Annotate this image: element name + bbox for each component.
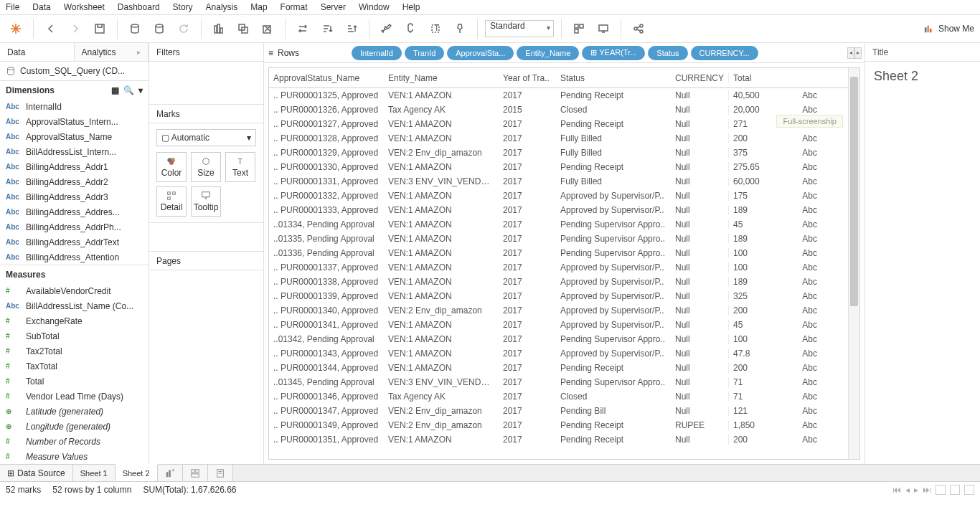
table-row[interactable]: .. PUR00001332, ApprovedVEN:1 AMAZON2017…: [269, 189, 848, 203]
view2-icon[interactable]: [950, 485, 960, 495]
table-row[interactable]: .. PUR00001333, ApprovedVEN:1 AMAZON2017…: [269, 203, 848, 217]
share-icon[interactable]: [628, 19, 649, 39]
dimension-field[interactable]: AbcBillingAddress_Addres...: [0, 204, 149, 219]
measure-field[interactable]: ⊕Longitude (generated): [0, 419, 149, 434]
table-row[interactable]: .. PUR00001337, ApprovedVEN:1 AMAZON2017…: [269, 260, 848, 275]
size-button[interactable]: Size: [191, 152, 221, 182]
table-row[interactable]: .. PUR00001340, ApprovedVEN:2 Env_dip_am…: [269, 303, 848, 318]
menu-server[interactable]: Server: [321, 2, 346, 12]
dimension-field[interactable]: AbcApprovalStatus_Intern...: [0, 114, 149, 129]
dimension-field[interactable]: AbcBillingAddress_Attention: [0, 250, 149, 265]
table-row[interactable]: .. PUR00001338, ApprovedVEN:1 AMAZON2017…: [269, 275, 848, 289]
table-row[interactable]: ..01342, Pending ApprovalVEN:1 AMAZON201…: [269, 332, 848, 346]
menu-file[interactable]: File: [6, 2, 19, 12]
table-row[interactable]: .. PUR00001341, ApprovedVEN:1 AMAZON2017…: [269, 318, 848, 332]
table-row[interactable]: ..01335, Pending ApprovalVEN:1 AMAZON201…: [269, 232, 848, 246]
dimension-field[interactable]: AbcApprovalStatus_Name: [0, 129, 149, 144]
sort-asc-icon[interactable]: [317, 19, 337, 39]
filters-shelf[interactable]: Filters: [149, 43, 263, 62]
table-row[interactable]: ..01334, Pending ApprovalVEN:1 AMAZON201…: [269, 217, 848, 232]
back-icon[interactable]: [41, 19, 61, 39]
sheet1-tab[interactable]: Sheet 1: [73, 465, 116, 481]
view1-icon[interactable]: [936, 485, 946, 495]
table-row[interactable]: .. PUR00001331, ApprovedVEN:3 ENV_VIN_VE…: [269, 174, 848, 189]
new-datasource-icon[interactable]: [125, 19, 145, 39]
tableau-logo-icon[interactable]: [6, 19, 26, 39]
clear-icon[interactable]: [258, 19, 278, 39]
view3-icon[interactable]: [964, 485, 974, 495]
analytics-tab[interactable]: Analytics▸: [75, 43, 149, 61]
save-icon[interactable]: [90, 19, 110, 39]
menu-help[interactable]: Help: [402, 2, 420, 12]
last-icon[interactable]: ⏭: [923, 485, 931, 495]
table-row[interactable]: .. PUR00001329, ApprovedVEN:2 Env_dip_am…: [269, 146, 848, 160]
dimension-field[interactable]: AbcInternalId: [0, 99, 149, 114]
pill[interactable]: Status: [648, 46, 687, 60]
first-icon[interactable]: ⏮: [892, 485, 901, 495]
table-row[interactable]: .. PUR00001351, ApprovedVEN:1 AMAZON2017…: [269, 432, 848, 447]
menu-window[interactable]: Window: [359, 2, 390, 12]
duplicate-icon[interactable]: [233, 19, 253, 39]
data-tab[interactable]: Data: [0, 43, 75, 61]
tooltip-button[interactable]: Tooltip: [191, 186, 221, 217]
sheet-title[interactable]: Sheet 2: [865, 62, 980, 91]
table-row[interactable]: .. PUR00001344, ApprovedVEN:1 AMAZON2017…: [269, 361, 848, 375]
table-row[interactable]: .. PUR00001328, ApprovedVEN:1 AMAZON2017…: [269, 131, 848, 146]
new-worksheet-icon[interactable]: [209, 19, 229, 39]
detail-button[interactable]: Detail: [156, 186, 187, 217]
view-icon[interactable]: ▦: [111, 85, 119, 95]
measure-field[interactable]: #Total: [0, 374, 149, 389]
table-row[interactable]: .. PUR00001349, ApprovedVEN:2 Env_dip_am…: [269, 418, 848, 432]
pill[interactable]: InternalId: [352, 46, 402, 60]
dimension-field[interactable]: AbcBillingAddress_AddrPh...: [0, 219, 149, 234]
presentation-icon[interactable]: [593, 19, 613, 39]
measure-field[interactable]: #SubTotal: [0, 328, 149, 343]
dimension-field[interactable]: AbcBillingAddress_AddrText: [0, 234, 149, 250]
menu-format[interactable]: Format: [281, 2, 308, 12]
measure-field[interactable]: #TaxTotal: [0, 359, 149, 374]
menu-analysis[interactable]: Analysis: [206, 2, 238, 12]
measure-field[interactable]: #Measure Values: [0, 449, 149, 464]
table-row[interactable]: .. PUR00001327, ApprovedVEN:1 AMAZON2017…: [269, 117, 848, 131]
menu-map[interactable]: Map: [250, 2, 267, 12]
sort-desc-icon[interactable]: [341, 19, 362, 39]
new-story-tab[interactable]: [208, 465, 233, 481]
dimension-field[interactable]: AbcBillingAddress_Addr3: [0, 189, 149, 204]
menu-data[interactable]: Data: [32, 2, 50, 12]
forward-icon[interactable]: [65, 19, 85, 39]
pill[interactable]: Entity_Name: [517, 46, 579, 60]
table-row[interactable]: .. PUR00001343, ApprovedVEN:1 AMAZON2017…: [269, 346, 848, 361]
menu-worksheet[interactable]: Worksheet: [64, 2, 105, 12]
datasource-tab[interactable]: ⊞Data Source: [0, 465, 73, 481]
vertical-scrollbar[interactable]: [848, 68, 859, 459]
text-button[interactable]: TText: [225, 152, 255, 182]
group-icon[interactable]: [401, 19, 421, 39]
prev-icon[interactable]: ◂: [905, 485, 910, 495]
dimension-field[interactable]: AbcBillAddressList_Intern...: [0, 144, 149, 159]
next-icon[interactable]: ▸: [914, 485, 918, 495]
table-row[interactable]: .. PUR00001346, ApprovedTax Agency AK201…: [269, 389, 848, 404]
mark-type-dropdown[interactable]: ▢ Automatic▾: [156, 129, 256, 146]
pill[interactable]: ApprovalSta...: [447, 46, 514, 60]
pill[interactable]: CURRENCY...: [691, 46, 758, 60]
rows-shelf[interactable]: ≡Rows InternalIdTranIdApprovalSta...Enti…: [264, 43, 864, 63]
measure-field[interactable]: #Tax2Total: [0, 343, 149, 359]
pill[interactable]: TranId: [405, 46, 444, 60]
refresh-icon[interactable]: [174, 19, 194, 39]
table-row[interactable]: ..01345, Pending ApprovalVEN:3 ENV_VIN_V…: [269, 375, 848, 389]
label-icon[interactable]: T: [425, 19, 446, 39]
new-worksheet-tab[interactable]: [158, 465, 183, 481]
dimension-field[interactable]: AbcBillingAddress_Addr1: [0, 159, 149, 174]
measure-field[interactable]: #Number of Records: [0, 434, 149, 449]
swap-icon[interactable]: [293, 19, 313, 39]
table-row[interactable]: .. PUR00001330, ApprovedVEN:1 AMAZON2017…: [269, 160, 848, 174]
measure-field[interactable]: ⊕Latitude (generated): [0, 404, 149, 419]
sheet2-tab[interactable]: Sheet 2: [116, 464, 158, 481]
measure-field[interactable]: #Vendor Lead Time (Days): [0, 389, 149, 404]
search-icon[interactable]: 🔍: [123, 85, 134, 95]
fit-dropdown[interactable]: Standard: [485, 20, 554, 37]
menu-icon[interactable]: ▾: [138, 85, 143, 95]
table-row[interactable]: .. PUR00001326, ApprovedTax Agency AK201…: [269, 103, 848, 117]
pause-updates-icon[interactable]: [149, 19, 169, 39]
table-row[interactable]: .. PUR00001325, ApprovedVEN:1 AMAZON2017…: [269, 88, 848, 103]
